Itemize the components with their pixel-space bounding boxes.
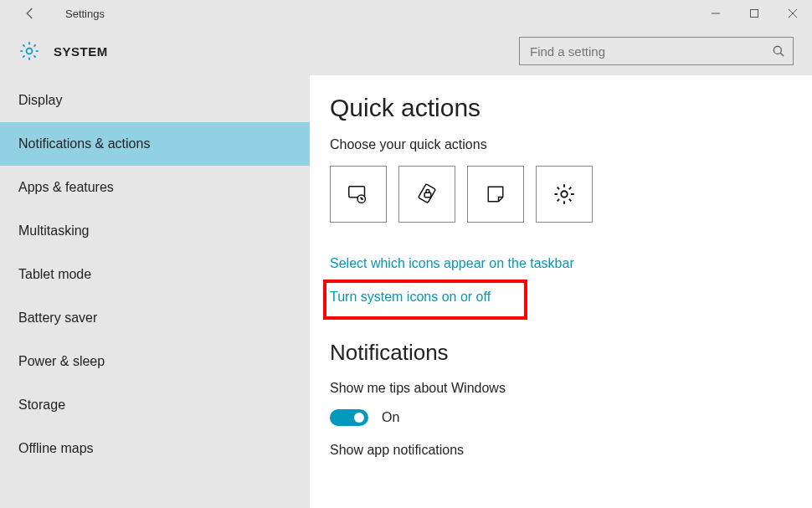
quick-action-tile-note[interactable] <box>467 166 524 223</box>
sidebar-item-battery-saver[interactable]: Battery saver <box>0 296 310 340</box>
minimize-icon <box>711 8 721 18</box>
search-box[interactable] <box>519 37 794 65</box>
sidebar-item-apps-features[interactable]: Apps & features <box>0 166 310 209</box>
sidebar: Display Notifications & actions Apps & f… <box>0 75 310 508</box>
sidebar-item-label: Multitasking <box>18 223 89 239</box>
svg-point-12 <box>561 191 567 197</box>
sidebar-item-label: Offline maps <box>18 441 94 456</box>
body: Display Notifications & actions Apps & f… <box>0 75 812 508</box>
svg-line-6 <box>780 53 784 56</box>
quick-actions-subheading: Choose your quick actions <box>330 137 812 152</box>
quick-actions-heading: Quick actions <box>330 94 812 122</box>
sidebar-item-display[interactable]: Display <box>0 79 310 122</box>
tips-label: Show me tips about Windows <box>330 381 812 396</box>
minimize-button[interactable] <box>696 0 735 27</box>
sidebar-item-label: Apps & features <box>18 180 114 195</box>
back-arrow-icon <box>23 6 38 21</box>
close-button[interactable] <box>773 0 812 27</box>
quick-action-tile-tablet-mode[interactable] <box>330 166 387 223</box>
header: SYSTEM <box>0 27 812 75</box>
svg-point-5 <box>773 46 781 54</box>
sidebar-item-notifications-actions[interactable]: Notifications & actions <box>0 122 310 166</box>
sidebar-item-tablet-mode[interactable]: Tablet mode <box>0 253 310 296</box>
svg-rect-1 <box>751 10 758 18</box>
svg-rect-10 <box>419 184 436 203</box>
sidebar-item-storage[interactable]: Storage <box>0 383 310 427</box>
search-icon <box>771 44 786 59</box>
link-system-icons[interactable]: Turn system icons on or off <box>330 290 491 305</box>
app-notifications-label: Show app notifications <box>330 443 812 458</box>
sidebar-item-label: Notifications & actions <box>18 136 150 151</box>
sidebar-item-offline-maps[interactable]: Offline maps <box>0 427 310 470</box>
svg-point-9 <box>361 198 362 200</box>
tips-toggle-state: On <box>382 410 399 425</box>
settings-icon <box>552 182 576 206</box>
quick-action-tile-settings[interactable] <box>536 166 593 223</box>
sidebar-item-label: Tablet mode <box>18 267 91 282</box>
highlight-annotation: Turn system icons on or off <box>325 281 526 318</box>
tips-toggle[interactable] <box>330 409 368 426</box>
sidebar-item-power-sleep[interactable]: Power & sleep <box>0 340 310 383</box>
close-icon <box>788 8 798 18</box>
quick-action-tile-rotation-lock[interactable] <box>398 166 455 223</box>
sidebar-item-label: Power & sleep <box>18 354 105 369</box>
quick-actions-tiles <box>330 166 812 223</box>
notifications-heading: Notifications <box>330 340 812 366</box>
maximize-icon <box>749 8 759 18</box>
tips-toggle-row: On <box>330 409 812 426</box>
sidebar-item-label: Battery saver <box>18 310 97 326</box>
rotation-lock-icon <box>414 182 439 207</box>
maximize-button[interactable] <box>735 0 773 27</box>
link-taskbar-icons[interactable]: Select which icons appear on the taskbar <box>330 256 812 271</box>
titlebar: Settings <box>0 0 812 27</box>
page-title: SYSTEM <box>54 44 108 59</box>
settings-window: Settings SYSTEM <box>0 0 812 508</box>
sidebar-item-multitasking[interactable]: Multitasking <box>0 209 310 253</box>
gear-icon <box>18 40 40 62</box>
svg-point-4 <box>27 49 33 54</box>
window-title: Settings <box>65 8 105 20</box>
sidebar-item-label: Display <box>18 93 62 108</box>
main-content: Quick actions Choose your quick actions <box>310 75 812 508</box>
sidebar-item-label: Storage <box>18 398 65 413</box>
window-controls <box>696 0 812 27</box>
svg-rect-11 <box>424 192 431 198</box>
back-button[interactable] <box>17 0 44 27</box>
note-icon <box>484 182 507 206</box>
toggle-knob <box>354 413 364 423</box>
search-input[interactable] <box>530 44 771 59</box>
tablet-mode-icon <box>346 182 371 207</box>
